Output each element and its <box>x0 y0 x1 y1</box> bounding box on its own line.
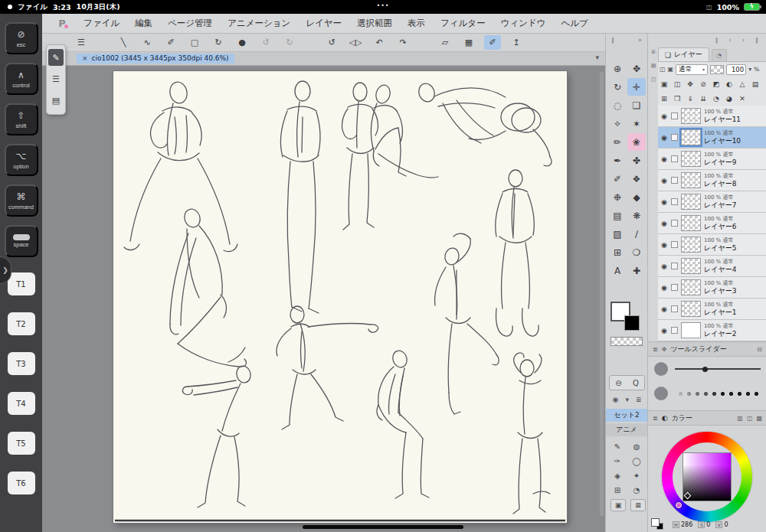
toolbar-button[interactable]: ↻ <box>210 35 227 50</box>
tool-button[interactable]: ✒ <box>608 152 627 169</box>
shortcut-key[interactable]: T4 <box>8 392 35 415</box>
mini-palette-button[interactable]: ✎ <box>48 49 64 66</box>
blend-icon-2[interactable]: ▣ <box>668 66 674 73</box>
layer-command-button[interactable]: ◕ <box>723 93 735 105</box>
toolbar-button[interactable]: ☰ <box>73 35 90 50</box>
tool-button[interactable]: ⊕ <box>608 60 627 77</box>
close-tab-icon[interactable]: × <box>82 54 88 62</box>
menu-item[interactable]: ファイル <box>76 14 127 33</box>
subtool-filter-icon[interactable]: ▾ <box>625 396 629 403</box>
layer-checkbox[interactable] <box>671 134 678 141</box>
shortcut-key[interactable]: T3 <box>8 352 35 375</box>
layer-command-button[interactable]: ◔ <box>710 93 722 105</box>
strip-bottom-button[interactable]: ▣ <box>611 499 626 511</box>
layer-command-button[interactable]: ❒ <box>671 93 683 105</box>
subtool-set[interactable]: セット2 <box>606 409 647 422</box>
panel-rail-icon[interactable]: ◫ <box>651 77 656 83</box>
menu-item[interactable]: 選択範囲 <box>349 14 400 33</box>
subtool-search-icon[interactable]: Q <box>633 379 639 387</box>
layer-command-button[interactable]: ▤ <box>749 78 761 90</box>
home-indicator[interactable] <box>303 525 463 529</box>
layer-checkbox[interactable] <box>671 263 678 269</box>
layer-thumbnail[interactable] <box>681 194 701 210</box>
tool-button[interactable]: ❀ <box>627 133 646 151</box>
canvas-paper[interactable] <box>113 71 567 523</box>
tabbar-collapse-icon[interactable]: ▾ <box>595 54 599 61</box>
layer-checkbox[interactable] <box>671 177 678 184</box>
layer-thumbnail[interactable] <box>681 172 701 188</box>
toolbar-button[interactable]: ↶ <box>371 35 388 50</box>
canvas-vertical-scrollbar[interactable] <box>600 72 604 516</box>
menu-item[interactable]: ページ管理 <box>160 14 220 33</box>
shortcut-key[interactable]: T6 <box>8 472 35 494</box>
toolbar-button[interactable]: ╲ <box>115 35 132 50</box>
tool-button[interactable]: ❉ <box>608 188 627 206</box>
brush-size-slider[interactable] <box>675 389 761 399</box>
quick-tool-button[interactable]: ◍ <box>627 439 646 453</box>
window-control-icon[interactable]: » <box>638 37 642 44</box>
tool-button[interactable]: ✏ <box>608 133 627 151</box>
visibility-eye-icon[interactable]: ◉ <box>660 134 669 142</box>
menu-item[interactable]: レイヤー <box>298 14 349 33</box>
quick-tool-button[interactable]: ✦ <box>627 468 646 482</box>
subtool-filter-icon[interactable]: ≣ <box>636 396 642 403</box>
layer-row[interactable]: ◉ 100 % 通常 レイヤー11 <box>658 106 766 127</box>
menu-item[interactable]: 表示 <box>400 14 433 33</box>
menu-item[interactable]: フィルター <box>433 14 493 33</box>
blend-mode-select[interactable]: 通常 ▾ <box>676 64 708 75</box>
panel-rail-icon[interactable]: ≣ <box>651 49 656 55</box>
panel-window-icon[interactable]: › <box>742 37 745 44</box>
toolbar-button[interactable]: ↻ <box>281 35 298 50</box>
menu-icon[interactable]: ≣ <box>653 346 658 353</box>
layer-thumbnail[interactable] <box>681 108 701 124</box>
color-view-icon-1[interactable]: ▥ <box>737 415 743 422</box>
tool-button[interactable]: ↻ <box>608 78 627 96</box>
subtool-search-icon[interactable]: ⊖ <box>615 379 621 387</box>
layer-row[interactable]: ◉ 100 % 通常 レイヤー5 <box>658 234 766 256</box>
toolbar-button[interactable]: ∿ <box>139 35 155 50</box>
color-view-icon-2[interactable]: ◫ <box>747 415 753 422</box>
modifier-key[interactable]: ∧ control <box>5 63 38 95</box>
layer-row[interactable]: ◉ 100 % 通常 レイヤー9 <box>658 149 766 170</box>
clip-studio-logo-icon[interactable]: P <box>56 18 68 30</box>
modifier-key[interactable]: ⌥ option <box>5 144 38 176</box>
modifier-key[interactable]: ⌘ command <box>5 184 38 217</box>
tool-button[interactable]: ◌ <box>608 96 627 114</box>
quick-tool-button[interactable]: ✑ <box>608 454 627 468</box>
visibility-eye-icon[interactable]: ◉ <box>660 284 669 292</box>
tool-button[interactable]: ✥ <box>627 60 646 77</box>
layer-checkbox[interactable] <box>671 113 678 119</box>
tool-button[interactable]: ❖ <box>627 170 646 188</box>
quick-tool-button[interactable]: ◈ <box>608 468 627 482</box>
layer-command-button[interactable]: ✥ <box>684 78 696 90</box>
layer-checkbox[interactable] <box>671 305 678 312</box>
tool-button[interactable]: ❍ <box>627 243 646 261</box>
shortcut-key[interactable]: T2 <box>8 312 35 335</box>
tool-button[interactable]: ∕ <box>627 225 646 243</box>
quick-tool-button[interactable]: ✎ <box>608 439 627 453</box>
blend-icon-1[interactable]: ◫ <box>660 66 666 73</box>
slider-knob-icon[interactable] <box>654 387 668 400</box>
sub-color-swatch[interactable] <box>624 315 640 331</box>
tool-button[interactable]: ✐ <box>608 170 627 188</box>
subtool-set[interactable]: アニメ <box>606 423 647 436</box>
tab-layers[interactable]: ❏ レイヤー <box>658 47 709 61</box>
layer-checkbox[interactable] <box>671 241 678 248</box>
quick-tool-button[interactable]: ◯ <box>627 454 646 468</box>
visibility-eye-icon[interactable]: ◉ <box>660 198 669 206</box>
toolbar-button[interactable]: ● <box>234 35 250 50</box>
visibility-eye-icon[interactable]: ◉ <box>660 263 669 270</box>
layer-command-button[interactable]: ⊘ <box>697 78 709 90</box>
layer-checkbox[interactable] <box>671 155 678 162</box>
menu-icon[interactable]: ≣ <box>653 415 658 422</box>
tab-layer-property[interactable]: ◔ <box>712 49 727 61</box>
tool-button[interactable]: ❏ <box>627 96 646 114</box>
visibility-eye-icon[interactable]: ◉ <box>660 113 669 120</box>
modifier-key[interactable]: space <box>5 225 38 257</box>
toolbar-button[interactable]: ▦ <box>460 35 477 50</box>
layer-row[interactable]: ◉ 100 % 通常 レイヤー1 <box>658 299 766 320</box>
opacity-chevron-icon[interactable]: ▾ <box>748 66 751 73</box>
layer-command-button[interactable]: ◫ <box>671 78 683 90</box>
layer-thumbnail[interactable] <box>681 322 701 338</box>
tool-button[interactable]: ❋ <box>627 207 646 224</box>
